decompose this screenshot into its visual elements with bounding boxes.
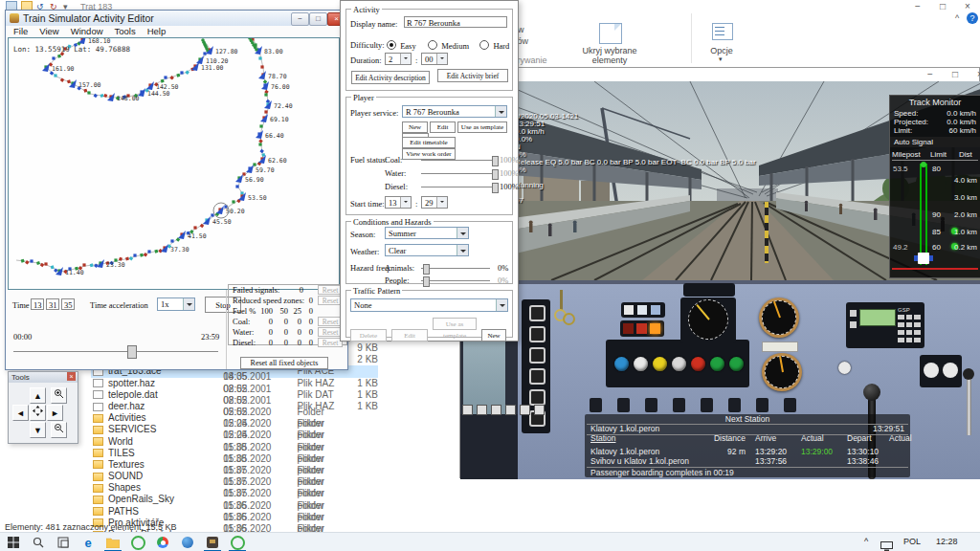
cab-button-green-1[interactable] xyxy=(710,357,724,371)
player-service-button[interactable]: Use as template xyxy=(457,121,507,133)
tools-palette-titlebar[interactable]: Tools × xyxy=(9,372,78,383)
activity-editor-taskbar-icon[interactable] xyxy=(201,535,224,550)
duration-minutes-spinner[interactable]: 00 xyxy=(421,53,448,65)
edit-activity-brief-button[interactable]: Edit Activity brief xyxy=(437,69,508,82)
game-minimize-button[interactable]: − xyxy=(918,68,943,80)
radio-panel[interactable]: GSP xyxy=(846,302,924,348)
start-minute-spinner[interactable]: 29 xyxy=(421,196,448,209)
help-icon[interactable]: ? xyxy=(967,12,978,24)
menu-item[interactable]: File xyxy=(13,26,28,36)
route-map[interactable]: 168.10161.90157.00148.00144.50142.50131.… xyxy=(8,37,340,290)
cab-button-yellow[interactable] xyxy=(653,357,667,371)
menu-item[interactable]: Tools xyxy=(115,26,136,36)
game-close-button[interactable]: × xyxy=(968,68,980,80)
editor-titlebar[interactable]: Train Simulator Activity Editor − □ × xyxy=(6,11,347,27)
pan-down-button[interactable]: ▼ xyxy=(30,422,46,438)
time-acceleration-dropdown[interactable]: 1x xyxy=(157,298,195,311)
reset-all-fixed-objects-button[interactable]: Reset all fixed objects xyxy=(240,357,328,369)
radio-keypad[interactable] xyxy=(898,315,921,343)
close-button[interactable]: × xyxy=(955,0,980,13)
display-name-input[interactable]: R 767 Berounka xyxy=(404,16,507,28)
throttle-lever[interactable] xyxy=(962,368,975,435)
fuel-slider[interactable] xyxy=(421,173,496,174)
minimize-button[interactable]: − xyxy=(905,0,930,13)
pan-left-button[interactable]: ◄ xyxy=(12,405,29,421)
right-button-panel[interactable] xyxy=(920,355,962,387)
time-minute-field[interactable]: 31 xyxy=(46,298,59,310)
menu-item[interactable]: View xyxy=(39,26,58,36)
chrome-icon[interactable] xyxy=(151,535,174,550)
difficulty-option[interactable]: Medium xyxy=(428,40,478,51)
tools-close-icon[interactable]: × xyxy=(67,372,76,381)
fuel-slider-thumb[interactable] xyxy=(492,183,499,193)
traffic-button[interactable]: New xyxy=(481,329,506,342)
lower-button-row[interactable] xyxy=(460,405,546,416)
duration-hours-spinner[interactable]: 2 xyxy=(385,53,412,65)
cab-button-white-2[interactable] xyxy=(672,357,686,371)
menu-item[interactable]: Help xyxy=(147,26,167,36)
task-view-button[interactable] xyxy=(52,535,75,550)
start-button[interactable] xyxy=(2,535,25,550)
time-slider[interactable] xyxy=(13,351,218,352)
search-button[interactable] xyxy=(27,535,50,550)
editor-maximize-button[interactable]: □ xyxy=(309,12,327,26)
traffic-button[interactable]: Edit xyxy=(391,329,428,342)
traffic-button[interactable]: Use as template xyxy=(433,318,477,330)
edit-activity-description-button[interactable]: Edit Activity description xyxy=(351,71,430,84)
animals-slider[interactable] xyxy=(421,268,490,269)
game-maximize-button[interactable]: □ xyxy=(943,68,968,80)
time-second-field[interactable]: 35 xyxy=(61,298,75,310)
people-slider[interactable] xyxy=(421,280,490,281)
radio-icon[interactable] xyxy=(387,40,396,50)
cab-button-green-2[interactable] xyxy=(729,357,744,371)
fuel-slider[interactable] xyxy=(421,187,496,187)
editor-minimize-button[interactable]: − xyxy=(291,12,309,26)
difficulty-option[interactable]: Hard xyxy=(479,40,509,51)
tray-chevron-icon[interactable]: ^ xyxy=(864,537,868,546)
tray-network-icon[interactable] xyxy=(880,538,893,551)
cab-button-blue[interactable] xyxy=(614,357,629,371)
tray-clock[interactable]: 12:28 xyxy=(936,537,958,546)
browser-icon[interactable] xyxy=(176,535,199,550)
traffic-pattern-dropdown[interactable]: None xyxy=(350,298,508,312)
pan-center-button[interactable] xyxy=(30,405,46,421)
people-value: 0% xyxy=(498,276,508,285)
start-hour-spinner[interactable]: 13 xyxy=(385,196,412,209)
traffic-button[interactable]: Delete xyxy=(350,329,387,342)
radio-icon[interactable] xyxy=(428,40,437,50)
game-window-titlebar[interactable]: − □ × xyxy=(460,68,979,81)
button-console[interactable] xyxy=(606,340,749,387)
radio-icon[interactable] xyxy=(479,40,489,50)
time-hour-field[interactable]: 13 xyxy=(31,298,44,310)
zoom-in-button[interactable] xyxy=(51,387,67,404)
cab-button-white-5[interactable] xyxy=(943,363,958,378)
menu-item[interactable]: Window xyxy=(71,26,103,36)
difficulty-option[interactable]: Easy xyxy=(387,40,426,51)
ribbon-collapse-icon[interactable]: ^ xyxy=(955,13,959,23)
player-service-button[interactable]: New xyxy=(402,121,428,133)
time-slider-thumb[interactable] xyxy=(127,345,137,359)
cab-button-white-1[interactable] xyxy=(634,357,648,371)
weather-dropdown[interactable]: Clear xyxy=(385,244,469,256)
season-dropdown[interactable]: Summer xyxy=(385,227,469,239)
cab-button-white-3[interactable] xyxy=(838,362,851,374)
hide-selected-button[interactable]: Ukryj wybrane elementy xyxy=(567,21,653,65)
zoom-out-button[interactable] xyxy=(51,422,67,438)
fuel-slider[interactable] xyxy=(421,160,496,161)
timetable-button[interactable]: Edit timetable xyxy=(402,137,456,148)
tray-language[interactable]: POL xyxy=(903,537,921,546)
pan-right-button[interactable]: ► xyxy=(47,405,63,421)
openrails-game-taskbar-icon[interactable] xyxy=(226,535,249,550)
switch-row[interactable] xyxy=(590,398,814,414)
maximize-button[interactable]: □ xyxy=(930,0,955,13)
player-service-dropdown[interactable]: R 767 Berounka xyxy=(402,105,507,118)
hud-line: Running xyxy=(515,182,756,189)
edge-icon[interactable]: e xyxy=(77,535,100,550)
cab-button-red[interactable] xyxy=(691,357,705,371)
cab-button-white-4[interactable] xyxy=(924,363,939,378)
pan-up-button[interactable]: ▲ xyxy=(30,387,46,404)
openrails-icon[interactable] xyxy=(126,535,149,550)
player-service-button[interactable]: Edit xyxy=(430,121,456,133)
file-explorer-icon[interactable] xyxy=(101,535,124,550)
options-button[interactable]: Opcje ▾ xyxy=(701,21,743,65)
